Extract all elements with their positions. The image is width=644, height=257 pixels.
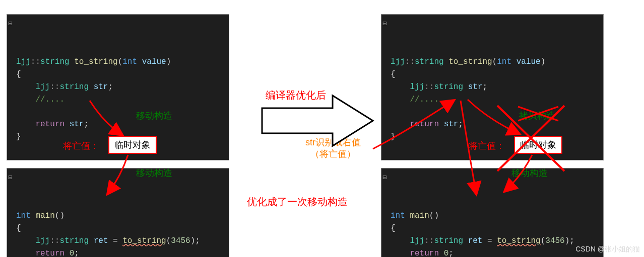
code-content: int main(){ ljj::string ret = to_string(… bbox=[391, 210, 598, 257]
copy-constructor-label: 拷贝构造 bbox=[519, 110, 555, 122]
gutter-icon: ⊟ bbox=[382, 173, 387, 184]
dying-value-label-left: 将亡值： bbox=[63, 140, 99, 152]
optimize-result-label: 优化成了一次移动构造 bbox=[247, 195, 348, 209]
right-code-bottom: ⊟ int main(){ ljj::string ret = to_strin… bbox=[381, 168, 604, 257]
left-code-bottom: ⊟ int main(){ ljj::string ret = to_strin… bbox=[7, 168, 229, 257]
gutter-icon: ⊟ bbox=[8, 173, 12, 184]
move-constructor-label-2: 移动构造 bbox=[136, 167, 172, 179]
code-content: ljj::string to_string(int value){ ljj::s… bbox=[391, 56, 598, 143]
compiler-optimize-label: 编译器优化后 bbox=[266, 89, 326, 102]
gutter-icon: ⊟ bbox=[382, 19, 387, 30]
move-constructor-label-right: 移动构造 bbox=[511, 167, 548, 179]
code-content: int main(){ ljj::string ret = to_string(… bbox=[16, 210, 224, 257]
move-constructor-label-1: 移动构造 bbox=[136, 110, 172, 122]
str-rvalue-label: str识别成右值 （将亡值） bbox=[305, 137, 361, 159]
dying-value-label-right: 将亡值： bbox=[469, 140, 505, 152]
temp-object-box-right: 临时对象 bbox=[514, 136, 562, 154]
right-code-top: ⊟ ljj::string to_string(int value){ ljj:… bbox=[381, 14, 604, 160]
watermark: CSDN @张小姐的猫 bbox=[575, 245, 640, 254]
temp-object-box-left: 临时对象 bbox=[108, 136, 157, 154]
code-content: ljj::string to_string(int value){ ljj::s… bbox=[16, 56, 224, 143]
gutter-icon: ⊟ bbox=[8, 19, 12, 30]
